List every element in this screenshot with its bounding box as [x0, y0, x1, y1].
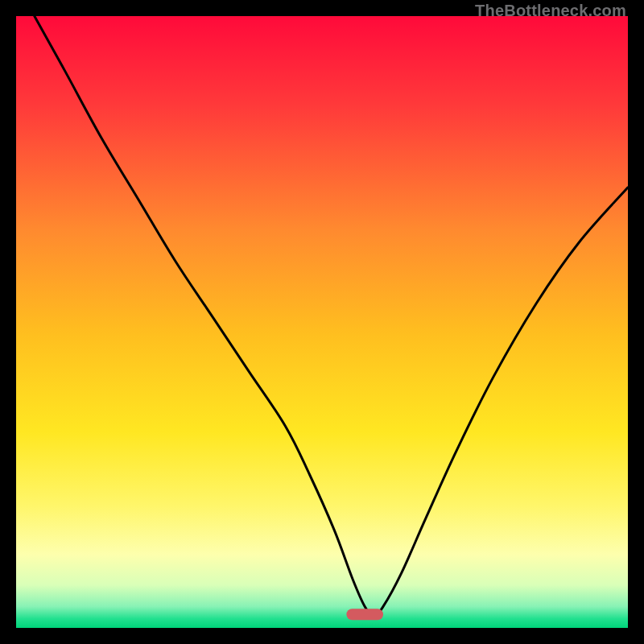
watermark-text: TheBottleneck.com	[475, 2, 626, 20]
gradient-background	[16, 16, 628, 628]
optimal-marker	[346, 609, 383, 620]
chart-frame	[16, 16, 628, 628]
bottleneck-plot	[16, 16, 628, 628]
